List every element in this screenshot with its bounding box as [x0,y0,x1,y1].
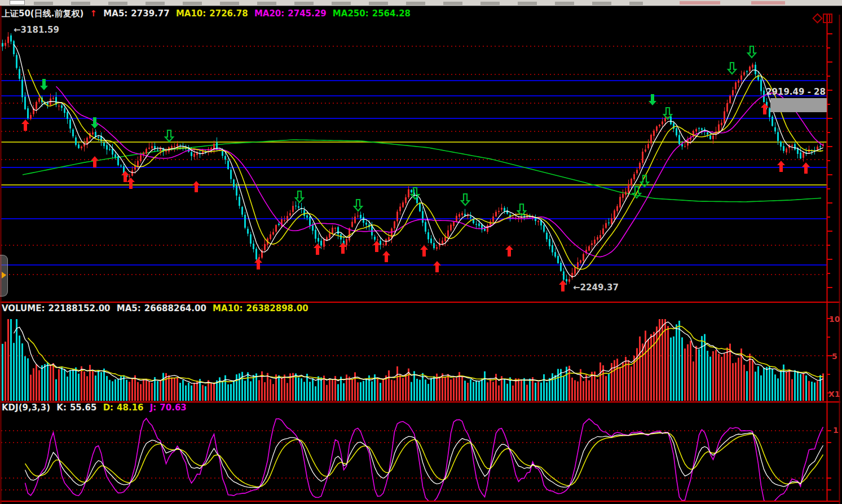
main-chart-title: 上证50(日线.前复权) ↑ MA5:2739.77 MA10:2726.78 … [2,8,414,19]
high-annotation: ←3181.59 [14,25,59,35]
kdj-j-value: 70.63 [160,403,186,413]
gap-zone [770,98,827,112]
toolbar-button[interactable] [10,0,25,5]
kdj-axis-label-100: 1 [833,426,839,435]
kdj-j-label: J: [150,403,157,413]
kdj-indicator-label: KDJ(9,3,3) [2,403,50,413]
ma5-value: 2739.77 [131,8,169,19]
volume-label: VOLUME: [2,303,45,313]
ma5-label: MA5: [103,8,127,19]
ma250-value: 2564.28 [372,8,411,19]
kdj-k-value: 55.65 [70,403,96,413]
menu-item-highlight-1[interactable] [680,1,720,5]
ma250-label: MA250: [333,8,369,19]
volume-header: VOLUME:22188152.00 MA5:26688264.00 MA10:… [2,303,312,313]
volume-axis-label-10: 10 [829,315,840,324]
symbol-label: 上证50(日线.前复权) [2,8,83,19]
volume-ma5-label: MA5: [117,303,141,313]
ma20-value: 2745.29 [288,8,326,19]
volume-value: 22188152.00 [48,303,110,313]
chart-canvas[interactable] [0,6,842,504]
trading-app-window: 上证50(日线.前复权) ↑ MA5:2739.77 MA10:2726.78 … [0,0,842,504]
kdj-header: KDJ(9,3,3) K:55.65 D:48.16 J:70.63 [2,403,190,413]
volume-ma10-value: 26382898.00 [246,303,308,313]
ma10-label: MA10: [176,8,206,19]
kdj-d-label: D: [103,403,113,413]
volume-axis-multiplier: X1 [828,390,840,399]
trend-up-icon: ↑ [90,8,98,19]
kdj-k-label: K: [56,403,67,413]
kdj-d-value: 48.16 [117,403,143,413]
window-split-line [829,15,830,22]
volume-ma10-label: MA10: [213,303,243,313]
volume-ma5-value: 26688264.00 [144,303,206,313]
gap-annotation: 2919.49 - 28 [762,87,826,97]
volume-axis-label-5: 5 [832,352,837,361]
ma20-label: MA20: [254,8,284,19]
menu-item-highlight-2[interactable] [751,1,785,5]
low-annotation: ←2249.37 [573,282,619,293]
menu-items-cropped [34,2,643,5]
panel-expander[interactable] [0,255,8,297]
expand-right-icon [2,272,6,278]
ma10-value: 2726.78 [209,8,248,19]
window-layout-icon[interactable] [823,14,832,23]
